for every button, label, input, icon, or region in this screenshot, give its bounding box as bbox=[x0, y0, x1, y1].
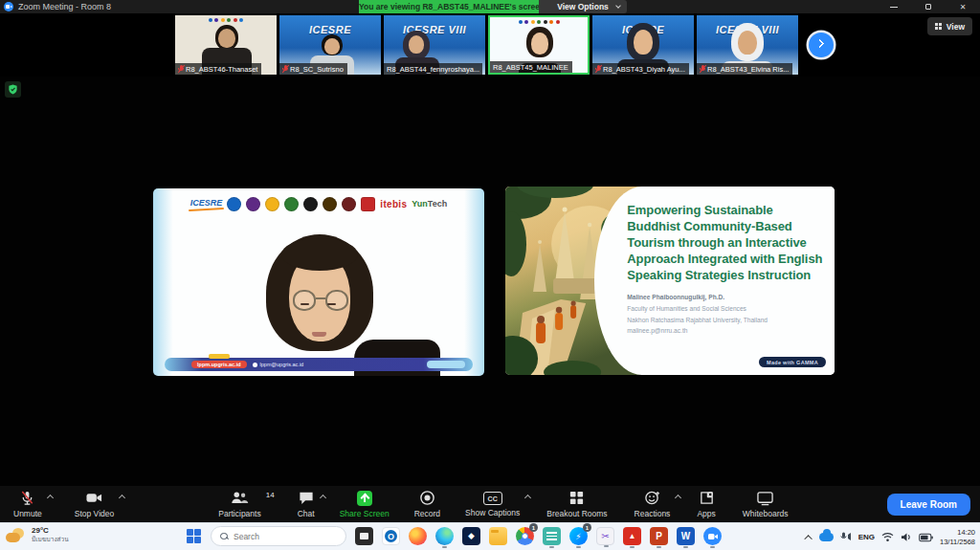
participant-tile[interactable]: ICESRE VIII R8_ABST43_Elvina Ris... bbox=[697, 15, 798, 75]
search-input[interactable] bbox=[234, 532, 329, 541]
participant-tile-active-speaker[interactable]: R8_ABST45_MALINEE bbox=[488, 15, 590, 75]
maximize-button[interactable] bbox=[911, 0, 946, 13]
muted-mic-icon bbox=[700, 65, 705, 74]
window-title: Zoom Meeting - Room 8 bbox=[18, 2, 111, 11]
weather-cloud-icon bbox=[6, 528, 27, 542]
stop-video-button[interactable]: Stop Video bbox=[69, 488, 120, 520]
participant-tile[interactable]: ICESRE R8_ABST43_Diyah Ayu... bbox=[592, 15, 694, 75]
participant-tile[interactable]: ICESRE R8_SC_Sutrisno bbox=[279, 15, 381, 75]
participant-name-label: R8_ABST43_Elvina Ris... bbox=[697, 63, 792, 75]
reactions-options-caret[interactable] bbox=[675, 495, 681, 501]
battery-icon[interactable] bbox=[919, 533, 933, 542]
participant-tile[interactable]: R8_ABST46-Thanaset bbox=[175, 15, 277, 75]
taskbar-edge-icon[interactable] bbox=[435, 527, 454, 545]
glasses-lens-left bbox=[293, 290, 316, 311]
tray-date: 13/11/2568 bbox=[940, 538, 975, 546]
footer-email-text: lppm@upgris.ac.id bbox=[260, 362, 304, 367]
share-screen-icon bbox=[357, 491, 372, 506]
tray-show-hidden-icons[interactable] bbox=[804, 535, 812, 542]
weather-description: มีเมฆบางส่วน bbox=[32, 535, 69, 544]
participant-name-label: R8_SC_Sutrisno bbox=[279, 63, 347, 75]
speaker-icon[interactable] bbox=[901, 532, 912, 542]
participant-face bbox=[634, 30, 653, 55]
meeting-security-shield[interactable] bbox=[5, 81, 21, 98]
taskbar-weather-widget[interactable]: 29°C มีเมฆบางส่วน bbox=[6, 526, 69, 544]
yuntech-logo-green: Yun bbox=[412, 199, 428, 209]
taskbar-chrome-icon[interactable]: 1 bbox=[516, 527, 534, 545]
close-icon: ✕ bbox=[960, 3, 967, 11]
taskbar-messenger-icon[interactable]: ⚡1 bbox=[569, 527, 588, 545]
viewing-screen-banner: You are viewing R8_ABST45_MALINEE's scre… bbox=[359, 0, 539, 13]
show-captions-label: Show Captions bbox=[465, 508, 520, 517]
whiteboards-label: Whiteboards bbox=[743, 509, 789, 518]
email-icon bbox=[253, 363, 257, 367]
taskbar-notes-icon[interactable] bbox=[543, 527, 561, 545]
captions-options-caret[interactable] bbox=[524, 495, 531, 501]
taskbar-outlook-icon[interactable]: O bbox=[382, 527, 400, 545]
university-logo-icon bbox=[342, 197, 356, 211]
taskbar-search-box[interactable] bbox=[211, 526, 346, 546]
taskbar-zoom-icon[interactable] bbox=[703, 527, 722, 545]
view-options-button[interactable]: View Options bbox=[539, 0, 627, 13]
onedrive-icon[interactable] bbox=[819, 533, 834, 541]
taskbar-powerpoint-icon[interactable]: P bbox=[650, 527, 668, 545]
tray-mic-icon[interactable] bbox=[840, 532, 852, 542]
audio-options-caret[interactable] bbox=[47, 495, 54, 501]
participant-face bbox=[531, 33, 548, 55]
window-controls: ✕ bbox=[877, 0, 980, 13]
participant-face bbox=[218, 29, 235, 48]
taskbar-snipping-tool-icon[interactable]: ✂ bbox=[596, 527, 614, 545]
leave-room-button[interactable]: Leave Room bbox=[887, 494, 970, 516]
unmute-button[interactable]: Unmute bbox=[8, 488, 48, 520]
taskbar-firefox-icon[interactable] bbox=[409, 527, 427, 545]
tray-language-indicator[interactable]: ENG bbox=[858, 533, 875, 541]
share-screen-label: Share Screen bbox=[340, 509, 390, 518]
taskbar-photos-icon[interactable] bbox=[355, 527, 373, 545]
muted-mic-icon bbox=[282, 65, 288, 74]
made-with-gamma-badge: Made with GAMMA bbox=[759, 357, 826, 367]
participants-count: 14 bbox=[266, 491, 275, 499]
tray-clock[interactable]: 14:20 13/11/2568 bbox=[940, 528, 975, 546]
taskbar-file-explorer-icon[interactable] bbox=[489, 527, 507, 545]
university-logo-icon bbox=[246, 197, 260, 211]
windows-taskbar: 29°C มีเมฆบางส่วน O ⬥ 1 ⚡1 ✂ ▲ P W bbox=[0, 522, 980, 550]
reactions-button[interactable]: Reactions bbox=[629, 488, 677, 520]
taskbar-word-icon[interactable]: W bbox=[677, 527, 695, 545]
university-logo-icon bbox=[361, 197, 375, 211]
start-button[interactable] bbox=[186, 528, 202, 544]
wifi-icon[interactable] bbox=[881, 532, 894, 542]
show-captions-button[interactable]: CC Show Captions bbox=[459, 488, 525, 520]
presenter-webcam-panel: ICESRE itebis YunTech lppm.upgris.ac.id bbox=[153, 188, 484, 376]
participant-name-label: R8_ABST45_MALINEE bbox=[490, 61, 572, 73]
banner-logos bbox=[175, 18, 277, 22]
apps-button[interactable]: Apps bbox=[691, 488, 721, 520]
chat-label: Chat bbox=[298, 509, 315, 518]
zoom-control-toolbar: Unmute Stop Video 14 Participants bbox=[0, 486, 980, 522]
shield-check-icon bbox=[8, 84, 18, 95]
taskbar-acrobat-icon[interactable]: ▲ bbox=[623, 527, 641, 545]
reactions-label: Reactions bbox=[635, 509, 671, 518]
next-participants-page-button[interactable] bbox=[809, 33, 834, 57]
participant-tile[interactable]: ICESRE VIII R8_ABST44_fennyroshaya... bbox=[384, 15, 485, 75]
record-button[interactable]: Record bbox=[409, 488, 446, 520]
minimize-button[interactable] bbox=[877, 0, 911, 13]
participant-face bbox=[409, 35, 424, 54]
breakout-rooms-button[interactable]: Breakout Rooms bbox=[541, 488, 612, 520]
video-camera-icon bbox=[85, 490, 103, 506]
view-layout-button[interactable]: View bbox=[927, 17, 972, 35]
presenter-mouth bbox=[312, 332, 326, 337]
video-options-caret[interactable] bbox=[119, 495, 125, 501]
whiteboards-button[interactable]: Whiteboards bbox=[737, 488, 794, 520]
share-screen-button[interactable]: Share Screen bbox=[334, 488, 395, 520]
slide-author: Malinee Phaiboonnugulkij, Ph.D. bbox=[627, 292, 824, 303]
slide-author-block: Malinee Phaiboonnugulkij, Ph.D. Faculty … bbox=[627, 292, 824, 336]
participants-button[interactable]: 14 Participants bbox=[212, 488, 266, 520]
muted-mic-icon bbox=[595, 65, 601, 74]
chat-button[interactable]: Chat bbox=[292, 488, 321, 520]
taskbar-dropbox-icon[interactable]: ⬥ bbox=[462, 527, 480, 545]
chat-options-caret[interactable] bbox=[320, 495, 326, 501]
close-button[interactable]: ✕ bbox=[946, 0, 980, 13]
weather-temp: 29°C bbox=[32, 526, 69, 535]
slide-content: Empowering Sustainable Buddhist Communit… bbox=[627, 203, 824, 337]
zoom-meeting-window: Zoom Meeting - Room 8 You are viewing R8… bbox=[0, 0, 980, 550]
